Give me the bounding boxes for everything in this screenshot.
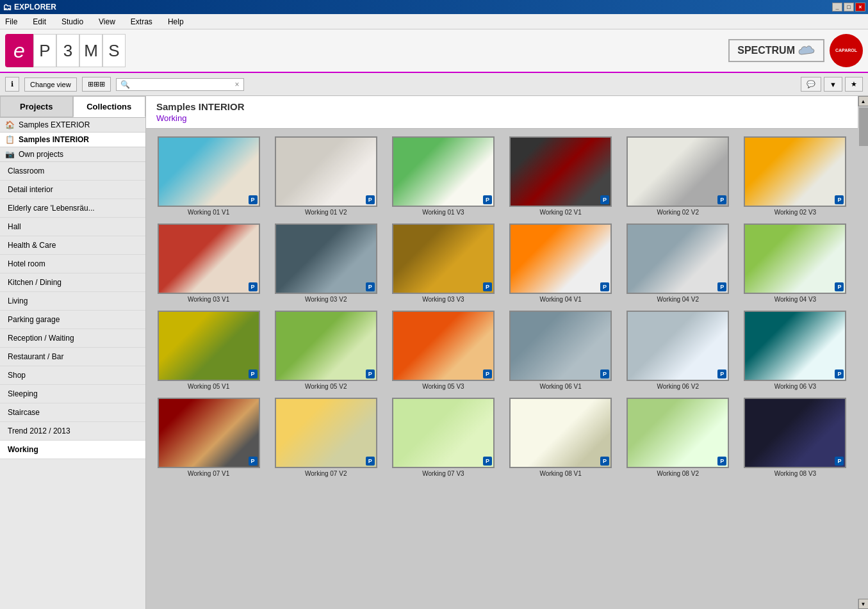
grid-label-w01v3: Working 01 V3 [422, 209, 464, 216]
grid-item-w08v3[interactable]: PWorking 08 V3 [741, 398, 850, 477]
titlebar-controls: _ □ × [832, 3, 865, 12]
grid-item-w08v1[interactable]: PWorking 08 V1 [506, 398, 616, 477]
menu-file[interactable]: File [3, 16, 20, 28]
maximize-button[interactable]: □ [844, 3, 854, 12]
thumbnail-w05v3: P [392, 311, 495, 381]
sidebar-item-sleeping[interactable]: Sleeping [0, 385, 145, 403]
menu-studio[interactable]: Studio [59, 16, 86, 28]
caparol-label: CAPAROL [835, 48, 857, 53]
grid-icon: ⊞⊞⊞ [88, 80, 105, 88]
filter-button[interactable]: ▼ [824, 77, 842, 92]
cloud-icon [798, 43, 815, 58]
thumbnail-w08v1: P [509, 398, 612, 468]
thumbnail-w04v3: P [744, 223, 846, 294]
info-button[interactable]: ℹ [5, 77, 19, 92]
p-badge-w03v2: P [366, 282, 375, 291]
thumb-inner-w02v1 [511, 138, 610, 206]
thumb-inner-w05v3 [393, 312, 493, 380]
sidebar-item-staircase[interactable]: Staircase [0, 403, 145, 422]
grid-item-w03v3[interactable]: PWorking 03 V3 [388, 223, 498, 303]
tab-collections[interactable]: Collections [73, 96, 146, 117]
logo-letter-m: M [79, 34, 102, 67]
grid-item-w05v1[interactable]: PWorking 05 V1 [154, 311, 263, 390]
change-view-label: Change view [30, 81, 71, 88]
sidebar-section-samples-exterior[interactable]: 🏠 Samples EXTERIOR [0, 118, 145, 133]
sidebar-item-shop[interactable]: Shop [0, 366, 145, 385]
sidebar-item-hall[interactable]: Hall [0, 218, 145, 236]
thumb-inner-w07v3 [393, 399, 493, 467]
grid-label-w04v3: Working 04 V3 [774, 296, 816, 303]
minimize-button[interactable]: _ [832, 3, 842, 12]
close-button[interactable]: × [855, 3, 865, 12]
grid-item-w01v2[interactable]: PWorking 01 V2 [271, 136, 381, 216]
grid-label-w03v2: Working 03 V2 [305, 296, 347, 303]
p-badge-w07v3: P [483, 457, 492, 466]
grid-item-w02v2[interactable]: PWorking 02 V2 [623, 136, 733, 216]
sidebar: Projects Collections 🏠 Samples EXTERIOR … [0, 96, 146, 609]
favorite-button[interactable]: ★ [845, 77, 863, 92]
grid-label-w05v2: Working 05 V2 [305, 383, 347, 390]
grid-item-w06v1[interactable]: PWorking 06 V1 [506, 311, 616, 390]
grid-label-w05v1: Working 05 V1 [188, 383, 229, 390]
grid-label-w06v3: Working 06 V3 [774, 383, 816, 390]
sidebar-item-kitchen-dining[interactable]: Kitchen / Dining [0, 273, 145, 292]
sidebar-item-restaurant-bar[interactable]: Restaurant / Bar [0, 348, 145, 366]
grid-item-w06v2[interactable]: PWorking 06 V2 [623, 311, 733, 390]
sidebar-item-detail-interior[interactable]: Detail interior [0, 181, 145, 199]
grid-item-w03v2[interactable]: PWorking 03 V2 [271, 223, 381, 303]
grid-item-w07v3[interactable]: PWorking 07 V3 [388, 398, 498, 477]
sidebar-item-working[interactable]: Working [0, 441, 145, 459]
grid-item-w04v2[interactable]: PWorking 04 V2 [623, 223, 733, 303]
grid-item-w01v1[interactable]: PWorking 01 V1 [154, 136, 263, 216]
grid-item-w04v3[interactable]: PWorking 04 V3 [741, 223, 850, 303]
thumbnail-w03v3: P [392, 223, 495, 294]
grid-item-w06v3[interactable]: PWorking 06 V3 [741, 311, 850, 390]
sidebar-item-elderly-care[interactable]: Elderly care 'Lebensräu... [0, 199, 145, 218]
sidebar-item-reception-waiting[interactable]: Reception / Waiting [0, 329, 145, 348]
spectrum-label: SPECTRUM [737, 45, 795, 56]
sidebar-item-health-care[interactable]: Health & Care [0, 236, 145, 255]
menu-view[interactable]: View [96, 16, 118, 28]
sidebar-item-classroom[interactable]: Classroom [0, 162, 145, 181]
scroll-up-button[interactable]: ▲ [858, 96, 869, 106]
grid-item-w02v3[interactable]: PWorking 02 V3 [741, 136, 850, 216]
chat-button[interactable]: 💬 [801, 77, 821, 92]
image-grid: PWorking 01 V1PWorking 01 V2PWorking 01 … [154, 136, 850, 477]
search-input[interactable] [133, 81, 235, 88]
thumbnail-w01v3: P [392, 136, 495, 207]
menu-extras[interactable]: Extras [128, 16, 155, 28]
thumb-inner-w01v3 [393, 138, 493, 206]
grid-item-w08v2[interactable]: PWorking 08 V2 [623, 398, 733, 477]
sidebar-item-living[interactable]: Living [0, 292, 145, 311]
scroll-track[interactable] [858, 106, 869, 599]
sidebar-section-samples-interior[interactable]: 📋 Samples INTERIOR [0, 133, 145, 147]
grid-item-w01v3[interactable]: PWorking 01 V3 [388, 136, 498, 216]
thumbnail-w05v1: P [158, 311, 260, 381]
grid-item-w02v1[interactable]: PWorking 02 V1 [506, 136, 616, 216]
sidebar-section-own-projects[interactable]: 📷 Own projects [0, 147, 145, 162]
scroll-thumb[interactable] [859, 108, 868, 146]
grid-item-w04v1[interactable]: PWorking 04 V1 [506, 223, 616, 303]
search-box[interactable]: 🔍 × [116, 78, 244, 91]
logo-letter-e: e [5, 34, 33, 67]
grid-view-button[interactable]: ⊞⊞⊞ [82, 77, 111, 92]
grid-item-w07v1[interactable]: PWorking 07 V1 [154, 398, 263, 477]
grid-item-w05v3[interactable]: PWorking 05 V3 [388, 311, 498, 390]
change-view-button[interactable]: Change view [24, 77, 77, 92]
grid-item-w07v2[interactable]: PWorking 07 V2 [271, 398, 381, 477]
menu-edit[interactable]: Edit [30, 16, 49, 28]
sidebar-item-parking-garage[interactable]: Parking garage [0, 311, 145, 329]
sidebar-item-hotel-room[interactable]: Hotel room [0, 255, 145, 273]
titlebar: 🗂 EXPLORER _ □ × [0, 0, 868, 14]
sidebar-item-trend-2012[interactable]: Trend 2012 / 2013 [0, 422, 145, 441]
grid-label-w04v2: Working 04 V2 [657, 296, 699, 303]
scroll-down-button[interactable]: ▼ [858, 599, 869, 609]
p-badge-w04v2: P [717, 282, 726, 291]
clear-search-button[interactable]: × [235, 80, 240, 89]
grid-item-w05v2[interactable]: PWorking 05 V2 [271, 311, 381, 390]
grid-item-w03v1[interactable]: PWorking 03 V1 [154, 223, 263, 303]
thumb-inner-w04v1 [511, 225, 610, 293]
thumbnail-w03v2: P [275, 223, 377, 294]
tab-projects[interactable]: Projects [0, 96, 73, 117]
menu-help[interactable]: Help [165, 16, 186, 28]
